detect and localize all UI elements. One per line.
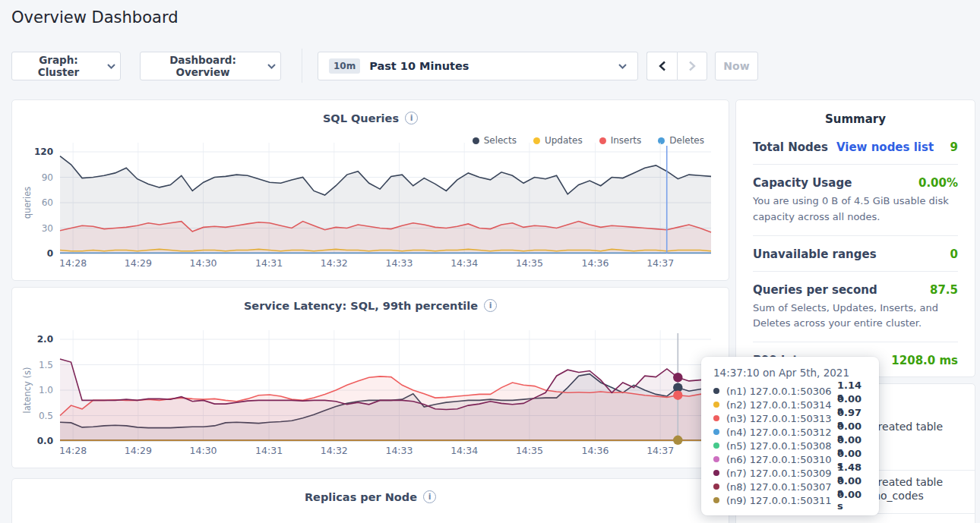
tooltip-node-value: 0.00 s: [837, 489, 867, 512]
chart-hover-tooltip: 14:37:10 on Apr 5th, 2021 (n1) 127.0.0.1…: [701, 357, 879, 515]
time-shift-buttons: [646, 52, 707, 80]
y-tick-label: 1.5: [39, 360, 53, 370]
series-color-dot: [713, 470, 719, 476]
replicas-per-node-panel: Replicas per Node i: [11, 478, 729, 523]
tooltip-node-address: (n1) 127.0.0.1:50306: [726, 386, 837, 397]
time-range-label: Past 10 Minutes: [369, 60, 469, 72]
y-tick-label: 0.5: [39, 411, 53, 421]
y-tick-label: 1.0: [39, 385, 53, 395]
summary-row-value: 87.5: [930, 283, 958, 297]
tooltip-node-address: (n6) 127.0.0.1:50310: [726, 454, 837, 465]
series-color-dot: [713, 443, 719, 449]
summary-row-label: Unavailable ranges: [753, 247, 877, 261]
sql-queries-panel: SQL Queries i SelectsUpdatesInsertsDelet…: [11, 99, 729, 281]
tooltip-node-address: (n7) 127.0.0.1:50309: [726, 468, 837, 479]
summary-row-label: Queries per second: [753, 283, 877, 297]
tooltip-node-address: (n9) 127.0.0.1:50311: [726, 495, 837, 506]
summary-rows: Total NodesView nodes list9Capacity Usag…: [736, 129, 975, 377]
crosshair-dot-(n7) 127.0.0.1:50309: [673, 373, 682, 382]
series-color-dot: [713, 388, 719, 394]
summary-row: Queries per second87.5Sum of Selects, Up…: [753, 272, 958, 343]
series-color-dot: [713, 484, 719, 490]
series-color-dot: [713, 429, 719, 435]
series-color-dot: [713, 456, 719, 462]
page-title: Overview Dashboard: [11, 8, 178, 27]
dashboard-dropdown-label: Dashboard: Overview: [145, 54, 261, 78]
sql-queries-chart: 030609012014:2814:2914:3014:3114:3214:33…: [12, 100, 729, 278]
tooltip-node-address: (n3) 127.0.0.1:50313: [726, 413, 837, 424]
summary-row: Unavailable ranges0: [753, 236, 958, 272]
chevron-down-icon: [618, 64, 627, 69]
series-color-dot: [713, 415, 719, 421]
x-tick-label: 14:37: [646, 445, 674, 456]
x-tick-label: 14:30: [190, 257, 217, 269]
y-tick-label: 120: [34, 147, 53, 157]
summary-row-value: 0.00%: [918, 176, 958, 190]
tooltip-node-address: (n2) 127.0.0.1:50314: [726, 399, 837, 411]
overview-dashboard-page: Overview Dashboard Graph: Cluster Dashbo…: [0, 0, 980, 523]
x-tick-label: 14:28: [59, 445, 87, 456]
tooltip-node-address: (n4) 127.0.0.1:50312: [726, 427, 837, 438]
summary-row-value: 0: [950, 247, 958, 261]
time-range-badge: 10m: [329, 58, 360, 74]
crosshair-dot-(n9) 127.0.0.1:50311: [673, 436, 682, 445]
graph-dropdown-label: Graph: Cluster: [17, 54, 100, 78]
x-tick-label: 14:35: [516, 257, 543, 269]
time-next-button[interactable]: [677, 52, 707, 80]
x-tick-label: 14:34: [450, 257, 478, 269]
info-icon[interactable]: i: [423, 490, 436, 503]
x-tick-label: 14:28: [59, 257, 87, 269]
view-nodes-list-link[interactable]: View nodes list: [836, 140, 934, 154]
summary-row-description: You are using 0 B of 4.5 GiB usable disk…: [753, 194, 958, 225]
chevron-down-icon: [267, 64, 276, 69]
crosshair-dot-(n3) 127.0.0.1:50313: [673, 391, 682, 400]
y-tick-label: 2.0: [37, 334, 53, 345]
toolbar-divider: [302, 49, 302, 83]
time-range-dropdown[interactable]: 10m Past 10 Minutes: [318, 52, 638, 80]
x-tick-label: 14:32: [321, 445, 348, 456]
chevron-left-icon: [658, 61, 667, 71]
x-tick-label: 14:37: [646, 257, 674, 269]
tooltip-node-address: (n8) 127.0.0.1:50307: [726, 481, 837, 493]
summary-heading: Summary: [736, 100, 975, 129]
graph-dropdown[interactable]: Graph: Cluster: [11, 52, 121, 80]
x-tick-label: 14:29: [125, 257, 152, 269]
summary-row-label: Capacity Usage: [753, 176, 852, 190]
tooltip-row: (n9) 127.0.0.1:503110.00 s: [713, 493, 867, 507]
time-prev-button[interactable]: [646, 52, 677, 80]
service-latency-panel: Service Latency: SQL, 99th percentile i …: [11, 287, 729, 468]
tooltip-rows: (n1) 127.0.0.1:503061.14 s(n2) 127.0.0.1…: [713, 384, 867, 507]
summary-row-value: 9: [950, 140, 958, 154]
x-tick-label: 14:36: [581, 445, 609, 456]
x-tick-label: 14:31: [255, 257, 283, 269]
summary-row-label: Total Nodes: [753, 140, 828, 154]
chevron-down-icon: [107, 64, 115, 69]
tooltip-timestamp: 14:37:10 on Apr 5th, 2021: [713, 367, 867, 379]
summary-row-value: 1208.0 ms: [891, 354, 958, 367]
chart-title-replicas-per-node: Replicas per Node: [305, 491, 417, 503]
x-tick-label: 14:30: [190, 445, 217, 456]
now-button[interactable]: Now: [715, 52, 758, 80]
x-tick-label: 14:29: [125, 445, 152, 456]
y-tick-label: 30: [42, 223, 53, 234]
series-color-dot: [713, 402, 719, 408]
summary-row-description: Sum of Selects, Updates, Inserts, and De…: [753, 301, 958, 332]
summary-panel: Summary Total NodesView nodes list9Capac…: [735, 99, 975, 377]
tooltip-node-address: (n5) 127.0.0.1:50308: [726, 440, 837, 452]
y-tick-label: 0: [47, 248, 53, 259]
chevron-right-icon: [688, 61, 697, 71]
x-tick-label: 14:31: [255, 445, 283, 456]
y-axis-label: latency (s): [22, 367, 33, 414]
x-tick-label: 14:33: [385, 257, 413, 269]
y-tick-label: 90: [42, 172, 53, 183]
y-tick-label: 0.0: [37, 436, 53, 446]
x-tick-label: 14:32: [321, 257, 348, 269]
series-color-dot: [713, 497, 719, 503]
summary-row: Total NodesView nodes list9: [753, 129, 958, 165]
series-area-Selects: [60, 156, 711, 254]
x-tick-label: 14:34: [450, 445, 478, 456]
dashboard-dropdown[interactable]: Dashboard: Overview: [140, 52, 281, 80]
x-tick-label: 14:35: [516, 445, 543, 456]
y-axis-label: queries: [22, 187, 33, 219]
x-tick-label: 14:36: [581, 257, 609, 269]
